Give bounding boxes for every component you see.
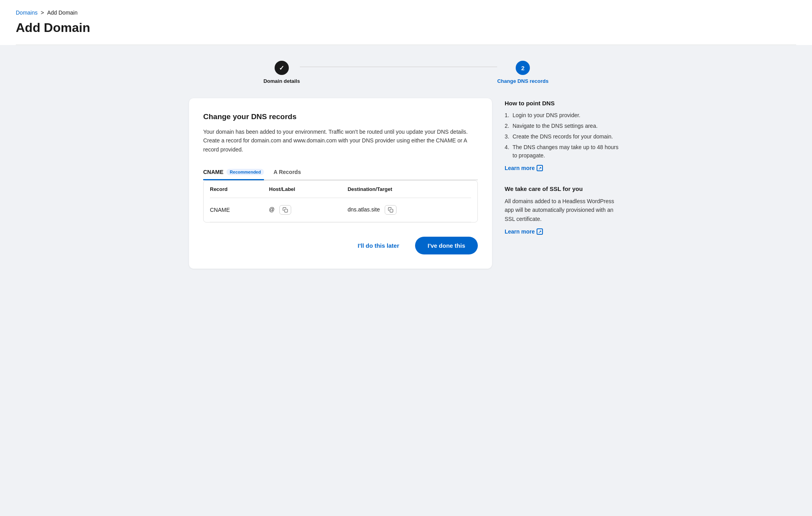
page-title: Add Domain (16, 21, 796, 45)
breadcrumb: Domains > Add Domain (16, 9, 796, 16)
sidebar-step-4: The DNS changes may take up to 48 hours … (505, 143, 623, 160)
step-2-label: Change DNS records (497, 78, 548, 84)
breadcrumb-parent-link[interactable]: Domains (16, 9, 37, 16)
step-2-circle: 2 (516, 61, 530, 75)
cell-destination: dns.atlas.site (343, 198, 471, 222)
cell-host: @ (264, 198, 343, 222)
cell-record-type: CNAME (210, 198, 264, 222)
sidebar: How to point DNS Login to your DNS provi… (505, 98, 623, 269)
dns-tabs: CNAME Recommended A Records (203, 165, 478, 180)
step-1-label: Domain details (264, 78, 300, 84)
step-connector (300, 67, 497, 67)
sidebar-ssl-desc: All domains added to a Headless WordPres… (505, 197, 623, 223)
main-card: Change your DNS records Your domain has … (189, 98, 492, 269)
step-1: ✓ Domain details (264, 61, 300, 84)
tab-cname-badge: Recommended (226, 169, 264, 175)
check-icon: ✓ (279, 64, 284, 72)
external-link-icon-1: ↗ (537, 165, 543, 171)
svg-rect-1 (390, 209, 393, 212)
col-record: Record (210, 181, 264, 198)
breadcrumb-current: Add Domain (47, 9, 77, 16)
tab-a-records-label: A Records (273, 169, 301, 175)
breadcrumb-separator: > (41, 9, 44, 16)
copy-host-button[interactable] (279, 205, 291, 215)
do-later-button[interactable]: I'll do this later (351, 237, 405, 254)
step-2: 2 Change DNS records (497, 61, 548, 84)
sidebar-step-2: Navigate to the DNS settings area. (505, 122, 623, 130)
sidebar-dns-title: How to point DNS (505, 100, 623, 107)
step-2-number: 2 (521, 65, 524, 71)
sidebar-learn-more-2[interactable]: Learn more ↗ (505, 228, 543, 235)
card-description: Your domain has been added to your envir… (203, 127, 478, 154)
tab-a-records[interactable]: A Records (273, 165, 301, 180)
learn-more-1-label: Learn more (505, 165, 535, 171)
svg-rect-0 (284, 209, 288, 212)
col-host: Host/Label (264, 181, 343, 198)
sidebar-dns-section: How to point DNS Login to your DNS provi… (505, 100, 623, 171)
sidebar-step-3: Create the DNS records for your domain. (505, 133, 623, 141)
sidebar-ssl-title: We take care of SSL for you (505, 185, 623, 192)
tab-cname[interactable]: CNAME Recommended (203, 165, 264, 180)
copy-icon-2 (388, 207, 393, 213)
destination-value: dns.atlas.site (348, 206, 380, 213)
tab-cname-label: CNAME (203, 169, 223, 175)
table-row: CNAME @ (210, 198, 471, 222)
card-title: Change your DNS records (203, 112, 478, 121)
card-actions: I'll do this later I've done this (203, 237, 478, 254)
sidebar-ssl-section: We take care of SSL for you All domains … (505, 185, 623, 235)
sidebar-step-1: Login to your DNS provider. (505, 111, 623, 120)
sidebar-learn-more-1[interactable]: Learn more ↗ (505, 165, 543, 171)
stepper: ✓ Domain details 2 Change DNS records (16, 61, 796, 84)
copy-icon (283, 207, 288, 213)
dns-table: Record Host/Label Destination/Target CNA… (210, 181, 471, 222)
external-link-icon-2: ↗ (537, 228, 543, 235)
learn-more-2-label: Learn more (505, 228, 535, 235)
host-value: @ (269, 206, 275, 213)
step-1-circle: ✓ (275, 61, 289, 75)
sidebar-dns-steps: Login to your DNS provider. Navigate to … (505, 111, 623, 160)
col-destination: Destination/Target (343, 181, 471, 198)
done-button[interactable]: I've done this (415, 237, 478, 254)
copy-destination-button[interactable] (385, 205, 397, 215)
dns-table-wrapper: Record Host/Label Destination/Target CNA… (203, 180, 478, 222)
